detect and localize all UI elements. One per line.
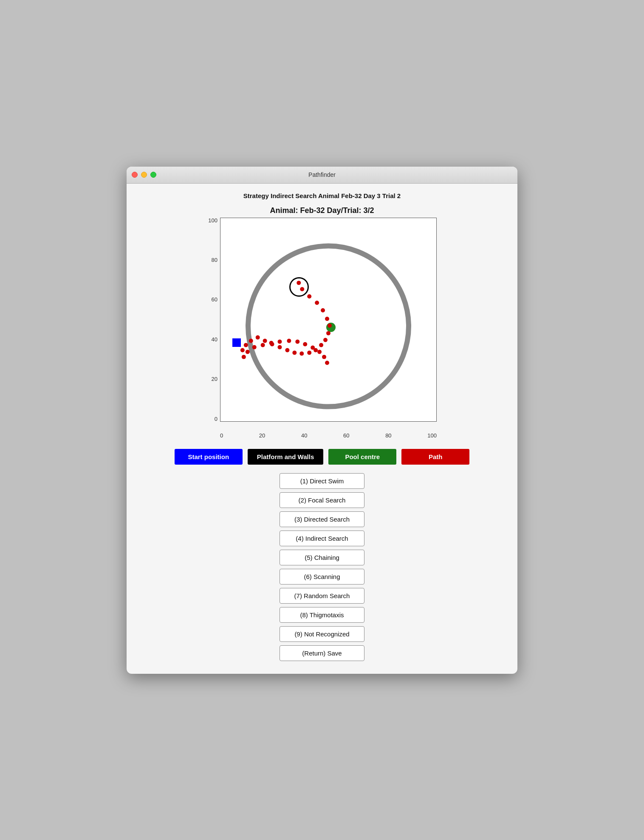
svg-point-1 [300, 287, 304, 291]
x-axis: 0 20 40 60 80 100 [220, 430, 437, 439]
y-label-40: 40 [212, 337, 217, 342]
window-title: Pathfinder [308, 171, 336, 178]
svg-point-3 [315, 301, 319, 305]
svg-point-7 [326, 331, 330, 335]
btn-return-save[interactable]: (Return) Save [280, 645, 364, 661]
svg-point-12 [299, 351, 304, 355]
svg-point-13 [292, 350, 297, 355]
svg-point-24 [252, 345, 257, 349]
svg-point-2 [307, 294, 311, 298]
x-label-0: 0 [220, 432, 223, 439]
svg-point-28 [287, 338, 291, 343]
app-window: Pathfinder Strategy Indirect Search Anim… [127, 167, 517, 674]
x-label-80: 80 [385, 432, 391, 439]
chart-title: Animal: Feb-32 Day/Trial: 3/2 [139, 206, 505, 215]
svg-point-23 [246, 349, 250, 354]
legend-path: Path [401, 449, 469, 465]
btn-direct-swim[interactable]: (1) Direct Swim [280, 473, 364, 489]
y-label-20: 20 [212, 376, 217, 382]
svg-point-31 [311, 345, 315, 349]
btn-focal-search[interactable]: (2) Focal Search [280, 492, 364, 508]
x-label-100: 100 [427, 432, 437, 439]
svg-point-30 [303, 342, 307, 346]
svg-point-27 [278, 339, 282, 343]
main-content: Strategy Indirect Search Animal Feb-32 D… [127, 184, 517, 674]
strategy-buttons: (1) Direct Swim (2) Focal Search (3) Dir… [139, 473, 505, 661]
btn-scanning[interactable]: (6) Scanning [280, 569, 364, 585]
chart-container: 0 20 40 60 80 100 [139, 218, 505, 439]
minimize-button[interactable] [141, 172, 147, 178]
svg-point-20 [244, 343, 248, 347]
svg-point-6 [328, 323, 332, 327]
svg-point-4 [321, 308, 325, 312]
svg-point-33 [322, 355, 326, 359]
svg-point-11 [307, 350, 311, 355]
traffic-lights [132, 172, 156, 178]
maximize-button[interactable] [150, 172, 156, 178]
x-label-60: 60 [343, 432, 349, 439]
svg-point-17 [263, 338, 267, 343]
legend-row: Start position Platform and Walls Pool c… [139, 449, 505, 465]
y-label-80: 80 [212, 257, 217, 263]
svg-point-0 [297, 281, 301, 285]
svg-point-29 [295, 339, 299, 343]
svg-point-18 [256, 335, 260, 339]
svg-point-14 [285, 348, 289, 352]
svg-point-8 [323, 338, 328, 342]
legend-pool: Pool centre [328, 449, 396, 465]
btn-thigmotaxis[interactable]: (8) Thigmotaxis [280, 607, 364, 623]
y-label-60: 60 [212, 297, 217, 302]
plot-area [220, 218, 437, 422]
svg-point-19 [249, 338, 253, 343]
svg-point-25 [261, 343, 265, 347]
svg-point-5 [325, 317, 329, 321]
title-bar: Pathfinder [127, 167, 517, 184]
chart-wrap: 0 20 40 60 80 100 [203, 218, 441, 439]
svg-point-9 [319, 343, 323, 347]
y-label-100: 100 [208, 218, 217, 223]
btn-indirect-search[interactable]: (4) Indirect Search [280, 531, 364, 546]
y-axis: 0 20 40 60 80 100 [203, 218, 220, 422]
btn-random-search[interactable]: (7) Random Search [280, 588, 364, 604]
svg-point-21 [240, 348, 245, 352]
x-label-40: 40 [301, 432, 307, 439]
path-svg [220, 218, 436, 421]
btn-directed-search[interactable]: (3) Directed Search [280, 511, 364, 527]
btn-not-recognized[interactable]: (9) Not Recognized [280, 626, 364, 642]
subtitle: Strategy Indirect Search Animal Feb-32 D… [139, 192, 505, 199]
svg-point-32 [317, 349, 322, 354]
y-label-0: 0 [215, 416, 217, 422]
close-button[interactable] [132, 172, 138, 178]
svg-point-26 [269, 341, 274, 345]
legend-start: Start position [175, 449, 243, 465]
legend-platform: Platform and Walls [248, 449, 323, 465]
svg-point-15 [278, 345, 282, 349]
x-label-20: 20 [259, 432, 265, 439]
svg-point-34 [325, 360, 329, 365]
svg-point-22 [242, 355, 246, 359]
btn-chaining[interactable]: (5) Chaining [280, 550, 364, 565]
